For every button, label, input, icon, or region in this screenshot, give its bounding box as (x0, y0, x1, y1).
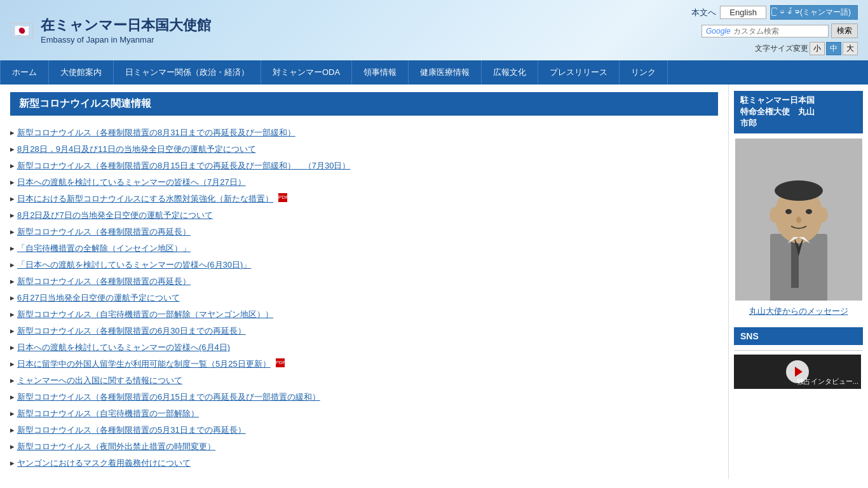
main-nav: ホーム大使館案内日ミャンマー関係（政治・経済）対ミャンマーODA領事情報健康医療… (0, 60, 868, 85)
news-link[interactable]: 新型コロナウイルス（夜間外出禁止措置の時間変更） (17, 441, 215, 452)
list-item: 「日本への渡航を検討しているミャンマーの皆様へ(6月30日)」 (10, 257, 718, 273)
list-item: 新型コロナウイルス（各種制限措置の8月15日までの再延長及び一部緩和） （7月3… (10, 158, 718, 174)
list-item: 新型コロナウイルス（夜間外出禁止措置の時間変更） (10, 438, 718, 455)
sns-section: SNS 独占インタビュー... (734, 327, 863, 389)
news-link[interactable]: 新型コロナウイルス（各種制限措置の6月30日までの再延長） (17, 325, 246, 337)
site-title-ja: 在ミャンマー日本国大使館 (41, 16, 211, 35)
search-input-wrap: Google (702, 25, 829, 37)
news-link[interactable]: 8月28日，9月4日及び11日の当地発全日空便の運航予定について (17, 144, 256, 155)
news-link[interactable]: ヤンゴンにおけるマスク着用義務付けについて (17, 458, 191, 469)
sns-video-label: 独占インタビュー... (797, 377, 858, 386)
header-right: 本文へ English မြန်မာ(ミャンマー語) Google 検索 文字サ… (691, 5, 858, 55)
svg-point-6 (818, 207, 828, 222)
news-link[interactable]: 「自宅待機措置の全解除（インセイン地区）」 (17, 243, 191, 254)
news-link[interactable]: ミャンマーへの出入国に関する情報について (17, 375, 182, 386)
myanmar-button[interactable]: မြန်မာ(ミャンマー語) (770, 5, 858, 20)
list-item: 新型コロナウイルス（自宅待機措置の一部解除） (10, 405, 718, 422)
svg-point-7 (785, 209, 792, 214)
news-link[interactable]: 8月2日及び7日の当地発全日空便の運航予定について (17, 210, 213, 221)
svg-point-4 (775, 180, 823, 201)
font-medium-button[interactable]: 中 (826, 42, 841, 55)
content-title: 新型コロナウイルス関連情報 (10, 92, 718, 116)
content-area: 新型コロナウイルス関連情報 新型コロナウイルス（各種制限措置の8月31日までの再… (0, 85, 728, 479)
honbun-link[interactable]: 本文へ (691, 7, 716, 18)
news-link[interactable]: 「日本への渡航を検討しているミャンマーの皆様へ(6月30日)」 (17, 259, 251, 271)
font-small-button[interactable]: 小 (810, 42, 825, 55)
flag-icon: 🇯🇵 (10, 23, 33, 38)
google-label: Google (706, 27, 731, 36)
list-item: 新型コロナウイルス（各種制限措置の5月31日までの再延長） (10, 422, 718, 438)
nav-item[interactable]: リンク (620, 60, 668, 85)
list-item: 日本に留学中の外国人留学生が利用可能な制度一覧（5月25日更新）PDF (10, 356, 718, 372)
english-button[interactable]: English (720, 6, 766, 19)
nav-item[interactable]: 広報文化 (482, 60, 538, 85)
list-item: 8月28日，9月4日及び11日の当地発全日空便の運航予定について (10, 141, 718, 158)
list-item: 8月2日及び7日の当地発全日空便の運航予定について (10, 207, 718, 224)
sns-divider (734, 350, 863, 351)
list-item: 新型コロナウイルス（各種制限措置の6月15日までの再延長及び一部措置の緩和） (10, 389, 718, 405)
list-item: ヤンゴンにおけるマスク着用義務付けについて (10, 455, 718, 471)
page-header: 🇯🇵 在ミャンマー日本国大使館 Embassy of Japan in Myan… (0, 0, 868, 60)
list-item: 日本への渡航を検討しているミャンマーの皆様へ（7月27日） (10, 174, 718, 191)
main-layout: 新型コロナウイルス関連情報 新型コロナウイルス（各種制限措置の8月31日までの再… (0, 85, 868, 479)
nav-item[interactable]: 健康医療情報 (409, 60, 482, 85)
site-title-en: Embassy of Japan in Myanmar (41, 35, 211, 44)
ambassador-photo (735, 139, 862, 301)
list-item: 新型コロナウイルス（各種制限措置の再延長） (10, 273, 718, 290)
nav-item[interactable]: 対ミャンマーODA (261, 60, 352, 85)
lang-bar: 本文へ English မြန်မာ(ミャンマー語) (691, 5, 858, 20)
ambassador-title: 駐ミャンマー日本国特命全権大使 丸山市郎 (734, 91, 863, 133)
sns-video-thumbnail[interactable]: 独占インタビュー... (734, 355, 861, 389)
list-item: 「自宅待機措置の全解除（インセイン地区）」 (10, 240, 718, 257)
news-link[interactable]: 新型コロナウイルス（各種制限措置の再延長） (17, 276, 191, 287)
list-item: 新型コロナウイルス（各種制限措置の8月31日までの再延長及び一部緩和） (10, 125, 718, 141)
news-link[interactable]: 新型コロナウイルス（各種制限措置の8月31日までの再延長及び一部緩和） (17, 127, 295, 139)
ambassador-section: 駐ミャンマー日本国特命全権大使 丸山市郎 (734, 91, 863, 317)
font-size-bar: 文字サイズ変更 小 中 大 (755, 42, 858, 55)
news-link[interactable]: 新型コロナウイルス（各種制限措置の5月31日までの再延長） (17, 424, 246, 436)
news-link[interactable]: 日本における新型コロナウイルスにする水際対策強化（新たな措置） (17, 193, 273, 205)
news-link[interactable]: 日本への渡航を検討しているミャンマーの皆様へ(6月4日) (17, 342, 230, 353)
list-item: 6月27日当地発全日空便の運航予定について (10, 290, 718, 306)
sns-title: SNS (734, 327, 863, 345)
pdf-icon: PDF (276, 358, 285, 367)
sidebar: 駐ミャンマー日本国特命全権大使 丸山市郎 (728, 85, 868, 479)
nav-item[interactable]: 大使館案内 (49, 60, 114, 85)
svg-point-9 (796, 217, 801, 223)
news-list: 新型コロナウイルス（各種制限措置の8月31日までの再延長及び一部緩和）8月28日… (10, 125, 718, 471)
font-large-button[interactable]: 大 (843, 42, 858, 55)
list-item: ミャンマーへの出入国に関する情報について (10, 372, 718, 389)
list-item: 新型コロナウイルス（各種制限措置の再延長） (10, 224, 718, 240)
news-link[interactable]: 日本に留学中の外国人留学生が利用可能な制度一覧（5月25日更新） (17, 358, 271, 370)
font-size-label: 文字サイズ変更 (755, 43, 808, 54)
svg-point-8 (806, 209, 812, 214)
header-left: 🇯🇵 在ミャンマー日本国大使館 Embassy of Japan in Myan… (10, 16, 211, 44)
svg-point-5 (770, 207, 780, 222)
news-link[interactable]: 6月27日当地発全日空便の運航予定について (17, 292, 180, 304)
search-input[interactable] (733, 27, 816, 36)
search-button[interactable]: 検索 (831, 24, 858, 38)
list-item: 新型コロナウイルス（各種制限措置の6月30日までの再延長） (10, 323, 718, 339)
news-link[interactable]: 新型コロナウイルス（各種制限措置の再延長） (17, 226, 191, 238)
news-link[interactable]: 日本への渡航を検討しているミャンマーの皆様へ（7月27日） (17, 177, 246, 188)
list-item: 日本における新型コロナウイルスにする水際対策強化（新たな措置）PDF (10, 191, 718, 207)
list-item: 日本への渡航を検討しているミャンマーの皆様へ(6月4日) (10, 339, 718, 356)
nav-item[interactable]: 日ミャンマー関係（政治・経済） (114, 60, 261, 85)
nav-item[interactable]: プレスリリース (538, 60, 620, 85)
search-bar: Google 検索 (702, 24, 858, 38)
news-link[interactable]: 新型コロナウイルス（自宅待機措置の一部解除） (17, 408, 199, 419)
nav-item[interactable]: ホーム (0, 60, 49, 85)
news-link[interactable]: 新型コロナウイルス（自宅待機措置の一部解除（マヤンゴン地区）） (17, 309, 273, 320)
pdf-icon: PDF (278, 193, 287, 202)
play-triangle (795, 367, 803, 377)
site-title-block: 在ミャンマー日本国大使館 Embassy of Japan in Myanmar (41, 16, 211, 44)
ambassador-message-link[interactable]: 丸山大使からのメッセージ (734, 306, 863, 317)
news-link[interactable]: 新型コロナウイルス（各種制限措置の6月15日までの再延長及び一部措置の緩和） (17, 391, 320, 403)
nav-item[interactable]: 領事情報 (352, 60, 409, 85)
news-link[interactable]: 新型コロナウイルス（各種制限措置の8月15日までの再延長及び一部緩和） （7月3… (17, 160, 350, 172)
list-item: 新型コロナウイルス（自宅待機措置の一部解除（マヤンゴン地区）） (10, 306, 718, 323)
